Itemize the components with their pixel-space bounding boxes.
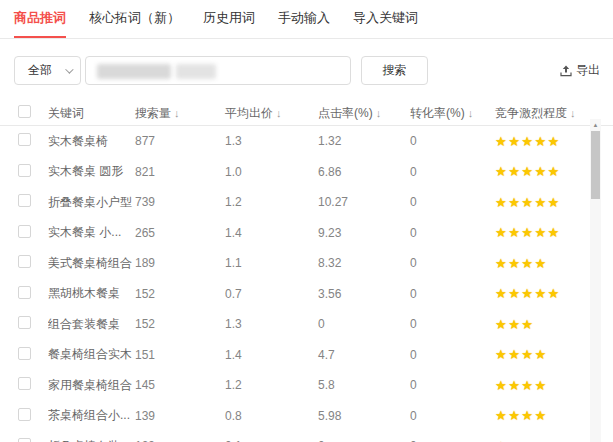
tab-product-keywords[interactable]: 商品推词	[14, 9, 66, 38]
row-checkbox[interactable]	[18, 316, 31, 329]
ctr-cell: 10.27	[318, 195, 410, 209]
ctr-cell: 9.23	[318, 226, 410, 240]
search-volume-cell: 151	[135, 348, 225, 362]
ctr-cell: 5.98	[318, 409, 410, 423]
search-volume-cell: 152	[135, 317, 225, 331]
table-row: 折叠桌椅套装... 129 0.1 0 0 ★	[0, 431, 613, 442]
row-checkbox[interactable]	[18, 255, 31, 268]
tab-history-keywords[interactable]: 历史用词	[203, 9, 255, 38]
keyword-cell: 家用餐桌椅组合	[48, 377, 135, 394]
ctr-cell: 8.32	[318, 256, 410, 270]
table-row: 实木餐桌椅 877 1.3 1.32 0 ★★★★★	[0, 126, 613, 157]
table-row: 餐桌椅组合实木 151 1.4 4.7 0 ★★★★	[0, 340, 613, 371]
filter-toolbar: 全部 搜索 导出	[14, 56, 600, 85]
export-upload-icon	[560, 65, 572, 77]
tab-bar: 商品推词 核心拓词（新） 历史用词 手动输入 导入关键词	[0, 0, 613, 39]
keywords-table: 关键词 搜索量↓ 平均出价↓ 点击率(%)↓ 转化率(%)↓ 竞争激烈程度↓ 实…	[0, 101, 613, 442]
row-checkbox[interactable]	[18, 377, 31, 390]
tab-import-keywords[interactable]: 导入关键词	[353, 9, 418, 38]
cvr-cell: 0	[410, 317, 495, 331]
keyword-cell: 折叠桌椅套装...	[48, 438, 135, 442]
cvr-cell: 0	[410, 348, 495, 362]
table-row: 实木餐桌 小... 265 1.4 9.23 0 ★★★★★	[0, 218, 613, 249]
search-volume-cell: 189	[135, 256, 225, 270]
select-all-checkbox[interactable]	[18, 105, 31, 118]
avg-bid-cell: 1.2	[225, 378, 318, 392]
search-volume-cell: 145	[135, 378, 225, 392]
avg-bid-cell: 1.3	[225, 317, 318, 331]
header-search-volume[interactable]: 搜索量↓	[135, 105, 225, 122]
row-checkbox[interactable]	[18, 225, 31, 238]
export-button[interactable]: 导出	[560, 62, 600, 79]
row-checkbox[interactable]	[18, 133, 31, 146]
cvr-cell: 0	[410, 409, 495, 423]
header-cvr[interactable]: 转化率(%)↓	[410, 105, 495, 122]
search-volume-cell: 265	[135, 226, 225, 240]
avg-bid-cell: 0.7	[225, 287, 318, 301]
ctr-cell: 0	[318, 317, 410, 331]
avg-bid-cell: 1.1	[225, 256, 318, 270]
avg-bid-cell: 1.4	[225, 226, 318, 240]
cvr-cell: 0	[410, 134, 495, 148]
table-row: 美式餐桌椅组合 189 1.1 8.32 0 ★★★★	[0, 248, 613, 279]
row-checkbox[interactable]	[18, 194, 31, 207]
keyword-cell: 实木餐桌 圆形	[48, 163, 135, 180]
chevron-down-icon	[65, 65, 73, 73]
cvr-cell: 0	[410, 287, 495, 301]
table-body: 实木餐桌椅 877 1.3 1.32 0 ★★★★★ 实木餐桌 圆形 821 1…	[0, 126, 613, 442]
scroll-up-arrow-icon[interactable]: ▲	[590, 119, 601, 131]
cvr-cell: 0	[410, 165, 495, 179]
table-row: 黑胡桃木餐桌 152 0.7 3.56 0 ★★★★★	[0, 279, 613, 310]
ctr-cell: 6.86	[318, 165, 410, 179]
ctr-cell: 4.7	[318, 348, 410, 362]
tab-manual-input[interactable]: 手动输入	[278, 9, 330, 38]
sort-desc-icon[interactable]: ↓	[174, 107, 180, 119]
ctr-cell: 1.32	[318, 134, 410, 148]
search-volume-cell: 152	[135, 287, 225, 301]
sort-desc-icon[interactable]: ↓	[468, 107, 474, 119]
sort-desc-icon[interactable]: ↓	[376, 107, 382, 119]
keyword-search-input[interactable]	[85, 56, 351, 85]
keyword-cell: 餐桌椅组合实木	[48, 346, 135, 363]
search-volume-cell: 139	[135, 409, 225, 423]
table-row: 实木餐桌 圆形 821 1.0 6.86 0 ★★★★★	[0, 157, 613, 188]
ctr-cell: 3.56	[318, 287, 410, 301]
table-row: 茶桌椅组合小... 139 0.8 5.98 0 ★★★★	[0, 401, 613, 432]
sort-desc-icon[interactable]: ↓	[570, 107, 576, 119]
avg-bid-cell: 1.3	[225, 134, 318, 148]
row-checkbox[interactable]	[18, 408, 31, 421]
header-ctr[interactable]: 点击率(%)↓	[318, 105, 410, 122]
category-select[interactable]: 全部	[14, 56, 81, 85]
row-checkbox[interactable]	[18, 286, 31, 299]
category-select-value: 全部	[28, 62, 52, 79]
row-checkbox[interactable]	[18, 347, 31, 360]
cvr-cell: 0	[410, 226, 495, 240]
ctr-cell: 5.8	[318, 378, 410, 392]
table-row: 家用餐桌椅组合 145 1.2 5.8 0 ★★★★	[0, 370, 613, 401]
table-header-row: 关键词 搜索量↓ 平均出价↓ 点击率(%)↓ 转化率(%)↓ 竞争激烈程度↓	[0, 101, 613, 126]
tab-core-expansion-new[interactable]: 核心拓词（新）	[89, 9, 180, 38]
keyword-cell: 折叠餐桌小户型	[48, 194, 135, 211]
avg-bid-cell: 1.4	[225, 348, 318, 362]
row-checkbox[interactable]	[18, 164, 31, 177]
keyword-cell: 茶桌椅组合小...	[48, 407, 135, 424]
avg-bid-cell: 1.0	[225, 165, 318, 179]
avg-bid-cell: 1.2	[225, 195, 318, 209]
header-avg-bid[interactable]: 平均出价↓	[225, 105, 318, 122]
table-row: 折叠餐桌小户型 739 1.2 10.27 0 ★★★★★	[0, 187, 613, 218]
table-scrollbar[interactable]: ▲	[590, 119, 601, 442]
keyword-cell: 黑胡桃木餐桌	[48, 285, 135, 302]
cvr-cell: 0	[410, 256, 495, 270]
scrollbar-thumb[interactable]	[591, 131, 600, 199]
blurred-input-text	[97, 64, 171, 79]
row-checkbox[interactable]	[18, 438, 31, 442]
search-button[interactable]: 搜索	[361, 56, 428, 85]
avg-bid-cell: 0.8	[225, 409, 318, 423]
keyword-cell: 美式餐桌椅组合	[48, 255, 135, 272]
sort-desc-icon[interactable]: ↓	[276, 107, 282, 119]
keyword-cell: 实木餐桌椅	[48, 133, 135, 150]
blurred-input-text	[176, 64, 216, 79]
search-volume-cell: 877	[135, 134, 225, 148]
search-volume-cell: 821	[135, 165, 225, 179]
table-row: 组合套装餐桌 152 1.3 0 0 ★★★	[0, 309, 613, 340]
